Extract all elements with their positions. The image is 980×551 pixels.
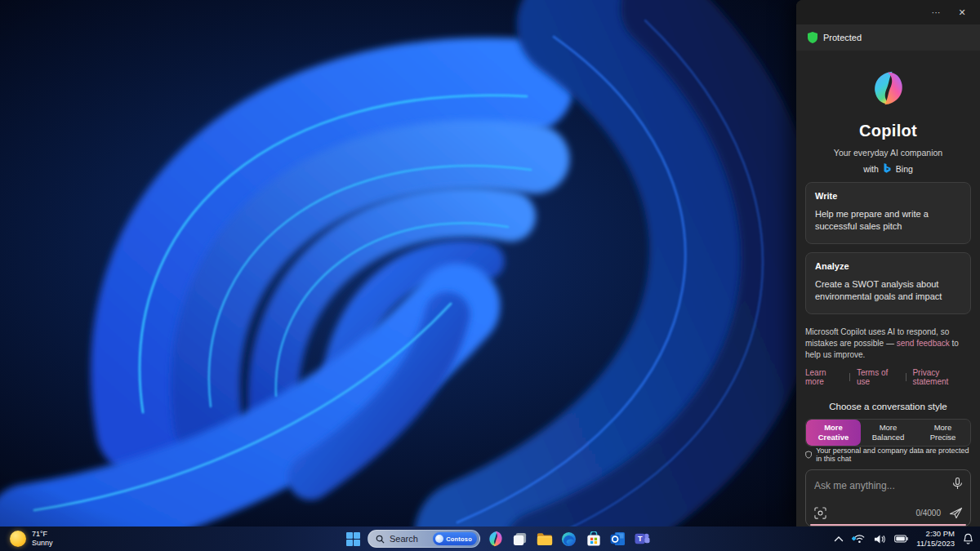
task-view-icon [512, 531, 528, 547]
suggestion-card-analyze[interactable]: Analyze Create a SWOT analysis about env… [805, 252, 971, 314]
protected-banner: Protected [796, 24, 980, 51]
shield-icon [808, 32, 817, 43]
style-more-creative[interactable]: More Creative [806, 420, 861, 446]
tray-chevron-up-icon[interactable] [834, 535, 844, 542]
protected-label: Protected [823, 33, 862, 42]
style-label-line2: Balanced [872, 433, 905, 442]
shield-outline-icon [805, 450, 812, 460]
start-button[interactable] [346, 528, 360, 549]
with-bing-row: with Bing [805, 163, 971, 174]
copilot-title: Copilot [805, 122, 971, 140]
send-feedback-link[interactable]: send feedback [897, 339, 950, 348]
weather-temperature: 71°F [32, 530, 53, 539]
style-label-line2: Creative [818, 433, 849, 442]
wifi-icon[interactable] [852, 533, 866, 544]
taskbar-copilot-button[interactable] [488, 528, 504, 549]
edge-icon [561, 531, 577, 547]
footer-links: Learn more Terms of use Privacy statemen… [805, 368, 971, 386]
divider [849, 373, 850, 381]
copilot-icon [488, 531, 504, 547]
privacy-statement-link[interactable]: Privacy statement [912, 368, 971, 386]
copilot-panel: ··· ✕ Protected [796, 0, 980, 527]
terms-of-use-link[interactable]: Terms of use [857, 368, 899, 386]
bing-label: Bing [896, 164, 913, 174]
desktop: ··· ✕ Protected [0, 0, 980, 551]
style-label-line1: More [934, 423, 952, 433]
suggestion-card-write[interactable]: Write Help me prepare and write a succes… [805, 182, 971, 244]
microphone-icon[interactable] [952, 478, 963, 490]
tray-time: 2:30 PM [916, 529, 955, 539]
taskbar-task-view-button[interactable] [511, 531, 528, 548]
input-accent-underline [810, 524, 966, 526]
taskbar: 71°F Sunny Search Contoso [0, 527, 980, 551]
input-toolbar: 0/4000 [814, 507, 963, 519]
close-button[interactable]: ✕ [951, 3, 973, 21]
contoso-label: Contoso [446, 535, 472, 543]
bing-icon [883, 163, 892, 174]
file-explorer-icon [537, 532, 553, 546]
microsoft-store-icon [586, 531, 601, 547]
panel-titlebar: ··· ✕ [796, 0, 980, 24]
card-title: Analyze [815, 261, 961, 271]
copilot-hero: Copilot Your everyday AI companion with … [805, 51, 971, 174]
learn-more-link[interactable]: Learn more [805, 368, 843, 386]
visual-search-icon[interactable] [814, 507, 826, 519]
style-label-line1: More [824, 423, 843, 433]
svg-text:T: T [638, 535, 643, 543]
taskbar-center: Search Contoso [346, 527, 651, 551]
search-label: Search [390, 534, 428, 544]
char-counter: 0/4000 [915, 509, 941, 518]
copilot-subtitle: Your everyday AI companion [805, 148, 971, 158]
taskbar-teams-button[interactable]: T [634, 531, 651, 548]
teams-icon: T [635, 531, 650, 546]
style-more-precise[interactable]: More Precise [915, 420, 970, 446]
card-body: Create a SWOT analysis about environment… [815, 278, 961, 304]
card-title: Write [815, 191, 961, 201]
clock[interactable]: 2:30 PM 11/15/2023 [916, 529, 955, 549]
weather-condition: Sunny [32, 539, 53, 548]
conversation-style-selector: More Creative More Balanced More Precise [805, 419, 971, 447]
data-protection-note: Your personal and company data are prote… [805, 447, 971, 463]
style-label-line1: More [880, 423, 898, 433]
with-label: with [863, 164, 879, 174]
outlook-icon [610, 531, 626, 546]
battery-icon[interactable] [894, 535, 908, 543]
search-icon [376, 535, 385, 544]
card-body: Help me prepare and write a successful s… [815, 208, 961, 233]
tray-date: 11/15/2023 [916, 539, 955, 549]
more-options-button[interactable]: ··· [925, 3, 947, 21]
taskbar-edge-button[interactable] [560, 531, 577, 548]
weather-widget[interactable]: 71°F Sunny [10, 527, 53, 551]
windows-icon [346, 532, 360, 546]
search-box[interactable]: Search Contoso [368, 530, 480, 548]
chat-input-box[interactable]: 0/4000 [805, 469, 971, 527]
panel-body: Copilot Your everyday AI companion with … [796, 51, 980, 535]
conversation-style-heading: Choose a conversation style [805, 402, 971, 411]
divider [906, 373, 906, 381]
taskbar-store-button[interactable] [585, 531, 602, 548]
copilot-logo-icon [871, 70, 906, 106]
data-protection-text: Your personal and company data are prote… [816, 447, 971, 463]
taskbar-file-explorer-button[interactable] [536, 531, 553, 548]
ai-disclaimer: Microsoft Copilot uses AI to respond, so… [805, 327, 971, 362]
taskbar-outlook-button[interactable] [609, 531, 626, 548]
notifications-bell-icon[interactable] [963, 533, 973, 544]
sun-icon [10, 531, 26, 547]
send-icon[interactable] [949, 507, 963, 519]
volume-icon[interactable] [874, 534, 886, 544]
style-label-line2: Precise [930, 433, 956, 442]
contoso-logo-icon [435, 535, 443, 543]
style-more-balanced[interactable]: More Balanced [861, 420, 915, 446]
weather-text: 71°F Sunny [32, 530, 53, 549]
contoso-badge[interactable]: Contoso [433, 532, 477, 545]
system-tray: 2:30 PM 11/15/2023 [834, 527, 973, 551]
chat-input[interactable] [814, 480, 945, 491]
